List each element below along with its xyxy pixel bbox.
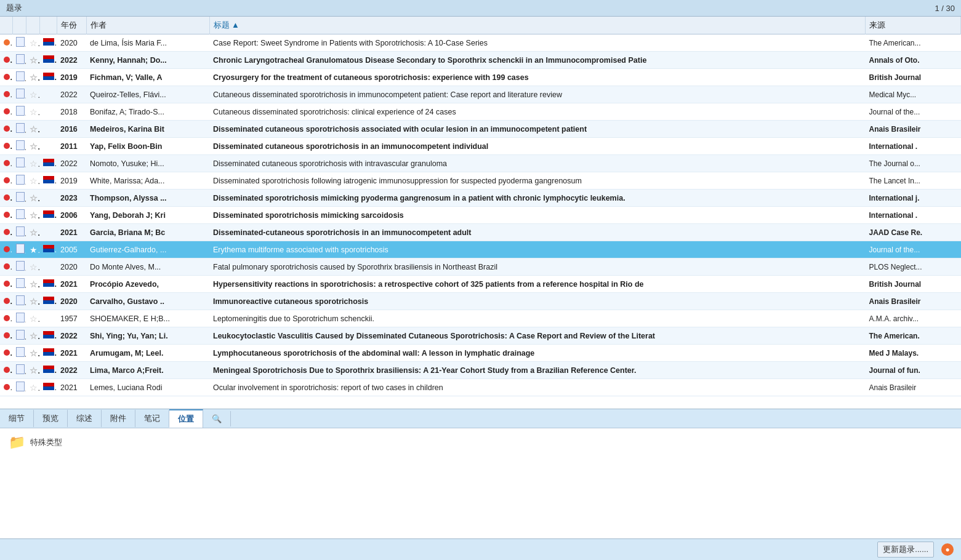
- star-icon[interactable]: ☆: [26, 86, 39, 103]
- col-header-source[interactable]: 来源: [866, 17, 961, 34]
- doc-icon[interactable]: [12, 345, 26, 362]
- doc-icon[interactable]: [12, 86, 26, 103]
- doc-icon[interactable]: [12, 310, 26, 327]
- table-row[interactable]: ☆2020Do Monte Alves, M...Fatal pulmonary…: [0, 258, 961, 276]
- title-cell[interactable]: Lymphocutaneous sporotrichosis of the ab…: [209, 345, 866, 362]
- doc-icon[interactable]: [12, 379, 26, 396]
- star-icon[interactable]: ☆: [26, 207, 39, 224]
- tab-位置[interactable]: 位置: [169, 409, 203, 428]
- title-cell[interactable]: Cryosurgery for the treatment of cutaneo…: [209, 69, 866, 86]
- table-row[interactable]: ☆2022Lima, Marco A;Freit.Meningeal Sporo…: [0, 362, 961, 379]
- star-icon[interactable]: ☆: [26, 293, 39, 310]
- title-cell[interactable]: Disseminated cutaneous sporotrichosis in…: [209, 138, 866, 155]
- title-cell[interactable]: Disseminated-cutaneous sporotrichosis in…: [209, 224, 866, 241]
- star-icon[interactable]: ☆: [26, 276, 39, 293]
- table-row[interactable]: ☆2016Medeiros, Karina BitDisseminated cu…: [0, 121, 961, 138]
- table-row[interactable]: ☆2006Yang, Deborah J; KriDisseminated sp…: [0, 207, 961, 224]
- star-icon[interactable]: ☆: [26, 362, 39, 379]
- doc-icon[interactable]: [12, 276, 26, 293]
- table-row[interactable]: ☆2021Procópio Azevedo,Hypersensitivity r…: [0, 276, 961, 293]
- table-row[interactable]: ☆1957SHOEMAKER, E H;B...Leptomeningitis …: [0, 310, 961, 327]
- star-icon[interactable]: ☆: [26, 103, 39, 121]
- tab-附件[interactable]: 附件: [102, 410, 135, 427]
- table-row[interactable]: ☆2011Yap, Felix Boon-BinDisseminated cut…: [0, 138, 961, 155]
- title-cell[interactable]: Case Report: Sweet Syndrome in Patients …: [209, 34, 866, 52]
- doc-icon[interactable]: [12, 362, 26, 379]
- tab-综述[interactable]: 综述: [68, 410, 102, 427]
- col-header-title[interactable]: 标题 ▲: [209, 17, 866, 34]
- doc-icon[interactable]: [12, 293, 26, 310]
- title-cell[interactable]: Leukocytoclastic Vasculitis Caused by Di…: [209, 327, 866, 345]
- table-row[interactable]: ☆2022Queiroz-Telles, Flávi...Cutaneous d…: [0, 86, 961, 103]
- star-icon[interactable]: ☆: [26, 379, 39, 396]
- title-cell[interactable]: Cutaneous disseminated sporotrichosis: c…: [209, 103, 866, 121]
- doc-icon[interactable]: [12, 52, 26, 69]
- col-header-year[interactable]: 年份: [57, 17, 86, 34]
- title-cell[interactable]: Hypersensitivity reactions in sporotrich…: [209, 276, 866, 293]
- settings-button[interactable]: ●: [941, 543, 954, 556]
- title-cell[interactable]: Disseminated sporotrichosis mimicking py…: [209, 190, 866, 207]
- tab-细节[interactable]: 细节: [0, 410, 34, 427]
- doc-icon[interactable]: [12, 190, 26, 207]
- title-cell[interactable]: Meningeal Sporotrichosis Due to Sporothr…: [209, 362, 866, 379]
- table-row[interactable]: ☆2020Carvalho, Gustavo ..Immunoreactive …: [0, 293, 961, 310]
- star-icon[interactable]: ☆: [26, 69, 39, 86]
- star-icon[interactable]: ☆: [26, 34, 39, 52]
- table-row[interactable]: ☆2018Bonifaz, A; Tirado-S...Cutaneous di…: [0, 103, 961, 121]
- title-cell[interactable]: Erythema multiforme associated with spor…: [209, 241, 866, 258]
- star-icon[interactable]: ☆: [26, 172, 39, 190]
- star-icon[interactable]: ☆: [26, 52, 39, 69]
- doc-icon[interactable]: [12, 155, 26, 172]
- flag-icon: [39, 224, 57, 241]
- star-icon[interactable]: ☆: [26, 327, 39, 345]
- star-icon[interactable]: ☆: [26, 190, 39, 207]
- title-cell[interactable]: Fatal pulmonary sporotrichosis caused by…: [209, 258, 866, 276]
- title-cell[interactable]: Ocular involvement in sporotrichosis: re…: [209, 379, 866, 396]
- star-icon[interactable]: ☆: [26, 121, 39, 138]
- tab-预览[interactable]: 预览: [34, 410, 68, 427]
- table-row[interactable]: ☆2019Fichman, V; Valle, ACryosurgery for…: [0, 69, 961, 86]
- star-icon[interactable]: ☆: [26, 258, 39, 276]
- doc-icon[interactable]: [12, 241, 26, 258]
- star-icon[interactable]: ☆: [26, 224, 39, 241]
- star-icon[interactable]: ☆: [26, 310, 39, 327]
- title-cell[interactable]: Immunoreactive cutaneous sporotrichosis: [209, 293, 866, 310]
- doc-icon[interactable]: [12, 327, 26, 345]
- col-header-author[interactable]: 作者: [86, 17, 209, 34]
- flag-icon: [39, 52, 57, 69]
- update-button[interactable]: 更新题录......: [877, 542, 934, 558]
- title-cell[interactable]: Disseminated sporotrichosis mimicking sa…: [209, 207, 866, 224]
- doc-icon[interactable]: [12, 121, 26, 138]
- title-cell[interactable]: Disseminated sporotrichosis following ia…: [209, 172, 866, 190]
- source-cell: Journal of the...: [866, 103, 961, 121]
- table-row[interactable]: ☆2023Thompson, Alyssa ...Disseminated sp…: [0, 190, 961, 207]
- title-cell[interactable]: Disseminated cutaneous sporotrichosis as…: [209, 121, 866, 138]
- doc-icon[interactable]: [12, 34, 26, 52]
- star-icon[interactable]: ☆: [26, 345, 39, 362]
- title-cell[interactable]: Cutaneous disseminated sporotrichosis in…: [209, 86, 866, 103]
- table-row[interactable]: ☆2021Lemes, Luciana RodiOcular involveme…: [0, 379, 961, 396]
- title-cell[interactable]: Chronic Laryngotracheal Granulomatous Di…: [209, 52, 866, 69]
- doc-icon[interactable]: [12, 172, 26, 190]
- doc-icon[interactable]: [12, 258, 26, 276]
- star-icon[interactable]: ★: [26, 241, 39, 258]
- doc-icon[interactable]: [12, 69, 26, 86]
- star-icon[interactable]: ☆: [26, 155, 39, 172]
- doc-icon[interactable]: [12, 207, 26, 224]
- table-row[interactable]: ★2005Gutierrez-Galhardo, ...Erythema mul…: [0, 241, 961, 258]
- doc-icon[interactable]: [12, 103, 26, 121]
- table-row[interactable]: ☆2022Nomoto, Yusuke; Hi...Disseminated c…: [0, 155, 961, 172]
- title-cell[interactable]: Leptomeningitis due to Sporotrichum sche…: [209, 310, 866, 327]
- table-row[interactable]: ☆2020de Lima, Ísis Maria F...Case Report…: [0, 34, 961, 52]
- table-row[interactable]: ☆2021Arumugam, M; Leel.Lymphocutaneous s…: [0, 345, 961, 362]
- star-icon[interactable]: ☆: [26, 138, 39, 155]
- title-cell[interactable]: Disseminated cutaneous sporotrichosis wi…: [209, 155, 866, 172]
- tab-🔍[interactable]: 🔍: [203, 411, 231, 426]
- table-row[interactable]: ☆2019White, Marissa; Ada...Disseminated …: [0, 172, 961, 190]
- table-row[interactable]: ☆2022Shi, Ying; Yu, Yan; Li.Leukocytocla…: [0, 327, 961, 345]
- doc-icon[interactable]: [12, 138, 26, 155]
- tab-笔记[interactable]: 笔记: [135, 410, 169, 427]
- table-row[interactable]: ☆2021Garcia, Briana M; BcDisseminated-cu…: [0, 224, 961, 241]
- table-row[interactable]: ☆2022Kenny, Hannah; Do...Chronic Laryngo…: [0, 52, 961, 69]
- doc-icon[interactable]: [12, 224, 26, 241]
